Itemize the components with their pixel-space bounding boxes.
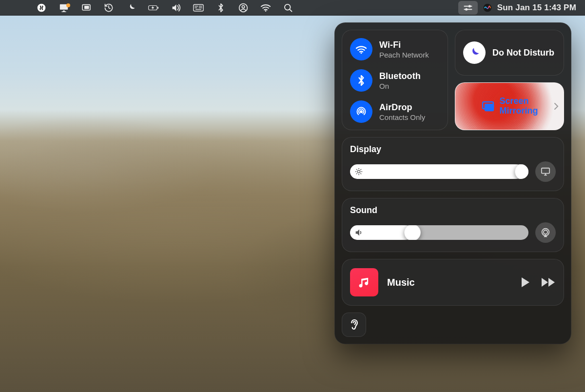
airdrop-title: AirDrop [379, 102, 425, 113]
spotlight-icon[interactable] [283, 2, 293, 13]
airplay-audio-button[interactable] [535, 222, 556, 243]
layout-icon[interactable] [81, 2, 92, 13]
siri-icon[interactable] [483, 3, 492, 13]
volume-low-icon [355, 229, 364, 236]
svg-point-0 [38, 3, 46, 12]
display-title: Display [350, 144, 556, 155]
sound-card: Sound [342, 198, 564, 252]
volume-icon[interactable] [171, 2, 181, 13]
battery-icon[interactable] [148, 2, 159, 13]
svg-point-19 [465, 8, 468, 10]
wifi-subtitle: Peach Network [379, 51, 429, 59]
fast-forward-button[interactable] [541, 277, 556, 287]
bluetooth-toggle[interactable]: Bluetooth On [350, 69, 440, 92]
svg-line-29 [361, 174, 361, 174]
svg-marker-40 [522, 277, 529, 287]
now-playing-card[interactable]: Music [342, 259, 564, 306]
svg-point-22 [360, 110, 363, 113]
brightness-icon [355, 168, 363, 176]
display-menu-icon[interactable] [58, 2, 69, 13]
svg-rect-2 [84, 6, 89, 9]
moon-icon [463, 41, 486, 64]
airdrop-toggle[interactable]: AirDrop Contacts Only [350, 100, 440, 123]
menu-bar: Sun Jan 15 1:43 PM [0, 0, 585, 16]
media-title: Music [387, 277, 415, 288]
chevron-right-icon [554, 102, 559, 110]
svg-point-38 [544, 230, 547, 234]
music-app-icon [350, 268, 378, 296]
svg-rect-34 [542, 168, 549, 174]
user-icon[interactable] [238, 2, 249, 13]
svg-rect-4 [157, 7, 158, 9]
dnd-toggle[interactable]: Do Not Disturb [455, 30, 564, 76]
screen-mirroring-label: ScreenMirroring [500, 97, 538, 116]
svg-point-25 [357, 170, 360, 173]
svg-rect-24 [485, 104, 493, 111]
screen-mirroring-icon [481, 99, 495, 113]
svg-line-15 [290, 9, 292, 11]
svg-marker-41 [542, 278, 548, 287]
airdrop-icon [350, 100, 372, 123]
brightness-slider[interactable] [350, 164, 528, 179]
wifi-icon[interactable] [260, 2, 271, 13]
bluetooth-icon[interactable] [215, 2, 226, 13]
control-center-panel: Wi-Fi Peach Network Bluetooth On AirDr [334, 22, 571, 344]
time-machine-icon[interactable] [103, 2, 114, 13]
wifi-icon [350, 38, 372, 60]
svg-point-13 [265, 10, 267, 12]
wifi-toggle[interactable]: Wi-Fi Peach Network [350, 38, 440, 60]
shazam-icon[interactable] [36, 2, 47, 13]
volume-slider[interactable] [350, 225, 528, 240]
sound-title: Sound [350, 205, 556, 216]
svg-point-12 [242, 5, 244, 8]
control-center-menu-icon[interactable] [458, 1, 478, 15]
hearing-button[interactable] [342, 313, 366, 337]
bluetooth-title: Bluetooth [379, 71, 421, 81]
svg-point-21 [361, 52, 362, 54]
screen-mirroring-button[interactable]: ScreenMirroring [455, 82, 564, 130]
svg-line-32 [356, 174, 357, 174]
dnd-label: Do Not Disturb [492, 48, 554, 58]
display-card: Display [342, 137, 564, 191]
svg-marker-42 [548, 278, 555, 287]
menubar-datetime[interactable]: Sun Jan 15 1:43 PM [497, 3, 580, 13]
display-settings-button[interactable] [535, 161, 556, 182]
menubar-status-icons [36, 2, 293, 13]
bluetooth-icon [350, 69, 372, 92]
moon-icon[interactable] [126, 2, 136, 13]
keyboard-input-icon[interactable] [193, 2, 204, 13]
svg-line-28 [356, 169, 357, 170]
bluetooth-subtitle: On [379, 82, 421, 90]
airdrop-subtitle: Contacts Only [379, 113, 425, 121]
play-button[interactable] [521, 277, 530, 288]
wifi-title: Wi-Fi [379, 40, 429, 50]
connectivity-card: Wi-Fi Peach Network Bluetooth On AirDr [342, 30, 448, 130]
svg-line-33 [361, 169, 361, 170]
notification-dot-icon [66, 3, 70, 7]
svg-point-17 [468, 5, 471, 7]
